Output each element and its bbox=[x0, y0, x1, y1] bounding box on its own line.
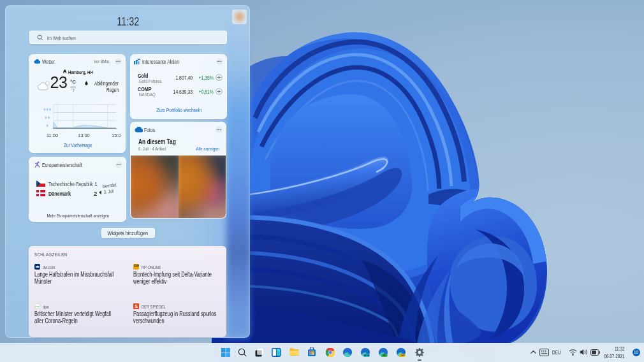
svg-text:DEV: DEV bbox=[383, 354, 387, 357]
svg-text:CAN: CAN bbox=[400, 354, 406, 357]
svg-text:BETA: BETA bbox=[364, 354, 370, 357]
